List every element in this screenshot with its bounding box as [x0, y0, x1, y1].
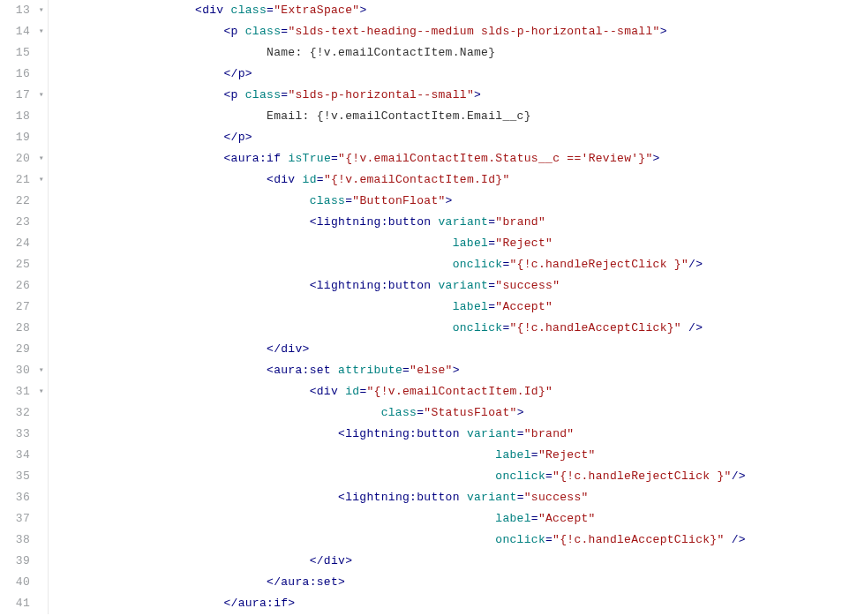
code-content[interactable]: Email: {!v.emailContactItem.Email__c} [52, 106, 842, 127]
line-number: 41 [0, 593, 35, 614]
fold-toggle-icon[interactable]: ▾ [35, 0, 48, 21]
code-content[interactable]: <p class="slds-p-horizontal--small"> [52, 85, 842, 106]
line-number: 21 [0, 169, 35, 191]
code-line[interactable]: 16 </p> [0, 64, 842, 85]
gutter-divider [48, 127, 49, 148]
gutter-divider [48, 191, 49, 212]
gutter-divider [48, 254, 49, 275]
code-content[interactable]: <aura:if isTrue="{!v.emailContactItem.St… [52, 148, 842, 169]
line-number: 17 [0, 85, 35, 106]
gutter-divider [48, 233, 49, 254]
code-line[interactable]: 38 onclick="{!c.handleAcceptClick}" /> [0, 530, 842, 551]
code-line[interactable]: 20▾ <aura:if isTrue="{!v.emailContactIte… [0, 148, 842, 169]
code-content[interactable]: onclick="{!c.handleRejectClick }"/> [52, 254, 842, 275]
code-line[interactable]: 41 </aura:if> [0, 593, 842, 614]
gutter-divider [48, 318, 49, 339]
gutter-divider [48, 572, 49, 593]
fold-toggle-icon[interactable]: ▾ [35, 360, 48, 381]
code-line[interactable]: 18 Email: {!v.emailContactItem.Email__c} [0, 106, 842, 127]
line-number: 30 [0, 360, 35, 381]
code-line[interactable]: 22 class="ButtonFloat"> [0, 191, 842, 212]
line-number: 28 [0, 318, 35, 339]
code-editor[interactable]: 13▾ <div class="ExtraSpace">14▾ <p class… [0, 0, 842, 614]
code-content[interactable]: </div> [52, 339, 842, 360]
gutter-divider [48, 381, 49, 402]
fold-toggle-icon[interactable]: ▾ [35, 148, 48, 169]
line-number: 27 [0, 297, 35, 318]
gutter-divider [48, 21, 49, 42]
code-content[interactable]: <div id="{!v.emailContactItem.Id}" [52, 169, 842, 191]
gutter-divider [48, 466, 49, 487]
code-content[interactable]: onclick="{!c.handleRejectClick }"/> [52, 466, 842, 487]
code-line[interactable]: 24 label="Reject" [0, 233, 842, 254]
fold-toggle-icon[interactable]: ▾ [35, 381, 48, 402]
code-content[interactable]: <lightning:button variant="brand" [52, 424, 842, 445]
line-number: 29 [0, 339, 35, 360]
gutter-divider [48, 169, 49, 191]
line-number: 19 [0, 127, 35, 148]
code-content[interactable]: <lightning:button variant="success" [52, 275, 842, 297]
code-line[interactable]: 26 <lightning:button variant="success" [0, 275, 842, 297]
code-line[interactable]: 29 </div> [0, 339, 842, 360]
code-line[interactable]: 33 <lightning:button variant="brand" [0, 424, 842, 445]
code-line[interactable]: 32 class="StatusFloat"> [0, 402, 842, 424]
code-content[interactable]: label="Reject" [52, 233, 842, 254]
code-content[interactable]: label="Accept" [52, 508, 842, 530]
gutter-divider [48, 593, 49, 614]
code-line[interactable]: 15 Name: {!v.emailContactItem.Name} [0, 42, 842, 64]
gutter-divider [48, 424, 49, 445]
line-number: 40 [0, 572, 35, 593]
code-content[interactable]: label="Accept" [52, 297, 842, 318]
code-line[interactable]: 39 </div> [0, 551, 842, 572]
code-content[interactable]: <div class="ExtraSpace"> [52, 0, 842, 21]
code-line[interactable]: 17▾ <p class="slds-p-horizontal--small"> [0, 85, 842, 106]
line-number: 26 [0, 275, 35, 297]
code-line[interactable]: 14▾ <p class="slds-text-heading--medium … [0, 21, 842, 42]
code-content[interactable]: onclick="{!c.handleAcceptClick}" /> [52, 318, 842, 339]
code-content[interactable]: </aura:if> [52, 593, 842, 614]
code-line[interactable]: 31▾ <div id="{!v.emailContactItem.Id}" [0, 381, 842, 402]
gutter-divider [48, 0, 49, 21]
line-number: 39 [0, 551, 35, 572]
code-content[interactable]: label="Reject" [52, 445, 842, 466]
gutter-divider [48, 551, 49, 572]
line-number: 33 [0, 424, 35, 445]
code-line[interactable]: 37 label="Accept" [0, 508, 842, 530]
code-line[interactable]: 36 <lightning:button variant="success" [0, 487, 842, 508]
gutter-divider [48, 360, 49, 381]
code-content[interactable]: onclick="{!c.handleAcceptClick}" /> [52, 530, 842, 551]
line-number: 36 [0, 487, 35, 508]
code-content[interactable]: </p> [52, 127, 842, 148]
code-line[interactable]: 25 onclick="{!c.handleRejectClick }"/> [0, 254, 842, 275]
line-number: 18 [0, 106, 35, 127]
code-content[interactable]: </aura:set> [52, 572, 842, 593]
code-line[interactable]: 40 </aura:set> [0, 572, 842, 593]
code-line[interactable]: 27 label="Accept" [0, 297, 842, 318]
code-content[interactable]: <lightning:button variant="brand" [52, 212, 842, 233]
gutter-divider [48, 64, 49, 85]
fold-toggle-icon[interactable]: ▾ [35, 21, 48, 42]
gutter-divider [48, 275, 49, 297]
code-content[interactable]: Name: {!v.emailContactItem.Name} [52, 42, 842, 64]
code-content[interactable]: <aura:set attribute="else"> [52, 360, 842, 381]
fold-toggle-icon[interactable]: ▾ [35, 169, 48, 191]
code-content[interactable]: class="StatusFloat"> [52, 402, 842, 424]
code-content[interactable]: </p> [52, 64, 842, 85]
code-content[interactable]: class="ButtonFloat"> [52, 191, 842, 212]
line-number: 15 [0, 42, 35, 64]
gutter-divider [48, 487, 49, 508]
code-line[interactable]: 19 </p> [0, 127, 842, 148]
code-content[interactable]: <p class="slds-text-heading--medium slds… [52, 21, 842, 42]
code-line[interactable]: 35 onclick="{!c.handleRejectClick }"/> [0, 466, 842, 487]
code-content[interactable]: <lightning:button variant="success" [52, 487, 842, 508]
code-content[interactable]: </div> [52, 551, 842, 572]
code-line[interactable]: 23 <lightning:button variant="brand" [0, 212, 842, 233]
code-content[interactable]: <div id="{!v.emailContactItem.Id}" [52, 381, 842, 402]
code-line[interactable]: 28 onclick="{!c.handleAcceptClick}" /> [0, 318, 842, 339]
code-line[interactable]: 13▾ <div class="ExtraSpace"> [0, 0, 842, 21]
code-line[interactable]: 21▾ <div id="{!v.emailContactItem.Id}" [0, 169, 842, 191]
code-line[interactable]: 34 label="Reject" [0, 445, 842, 466]
fold-toggle-icon[interactable]: ▾ [35, 85, 48, 106]
line-number: 16 [0, 64, 35, 85]
code-line[interactable]: 30▾ <aura:set attribute="else"> [0, 360, 842, 381]
